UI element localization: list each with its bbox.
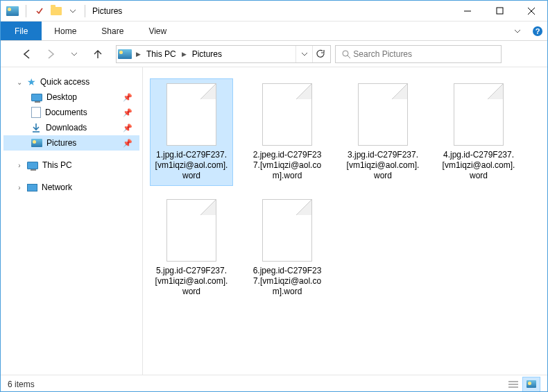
tree-this-pc[interactable]: › This PC [3, 157, 139, 173]
tree-label: Downloads [46, 123, 87, 133]
location-icon [118, 49, 132, 59]
navigation-bar: ▶ This PC ▶ Pictures [1, 41, 547, 67]
help-button[interactable]: ? [528, 22, 547, 40]
file-list[interactable]: 1.jpg.id-C279F237.[vm1iqzi@aol.com].word… [143, 67, 547, 375]
maximize-button[interactable] [483, 1, 515, 22]
title-bar: Pictures [1, 1, 547, 22]
search-box[interactable] [335, 45, 502, 63]
computer-icon [27, 162, 38, 169]
status-bar: 6 items [1, 375, 547, 392]
tree-label: Desktop [46, 92, 77, 102]
item-count: 6 items [8, 380, 35, 389]
download-icon [31, 123, 42, 133]
address-bar[interactable]: ▶ This PC ▶ Pictures [116, 45, 331, 63]
tree-quick-access[interactable]: ⌄ ★ Quick access [3, 74, 139, 90]
file-item[interactable]: 3.jpg.id-C279F237.[vm1iqzi@aol.com].word [341, 78, 425, 186]
file-icon [358, 83, 408, 146]
back-button[interactable] [17, 44, 37, 64]
search-input[interactable] [353, 49, 495, 59]
file-name: 4.jpg.id-C279F237.[vm1iqzi@aol.com].word [442, 150, 515, 181]
file-name: 5.jpg.id-C279F237.[vm1iqzi@aol.com].word [155, 266, 228, 297]
minimize-button[interactable] [452, 1, 483, 22]
file-icon [262, 199, 312, 262]
ribbon-tab-view[interactable]: View [136, 22, 179, 40]
picture-icon [31, 139, 42, 147]
ribbon-file-tab[interactable]: File [1, 22, 42, 40]
chevron-right-icon[interactable]: › [16, 184, 23, 191]
search-icon [341, 49, 351, 59]
chevron-down-icon[interactable]: ⌄ [16, 78, 23, 86]
file-name: 1.jpg.id-C279F237.[vm1iqzi@aol.com].word [155, 150, 228, 181]
tree-item-downloads[interactable]: Downloads 📌 [3, 120, 139, 135]
pin-icon: 📌 [123, 139, 132, 148]
separator [26, 5, 26, 17]
tree-label: Pictures [46, 138, 76, 148]
close-button[interactable] [515, 1, 547, 22]
svg-line-7 [348, 56, 350, 58]
tree-item-documents[interactable]: Documents 📌 [3, 105, 139, 120]
chevron-right-icon[interactable]: › [16, 162, 23, 169]
breadcrumb-pictures[interactable]: Pictures [191, 49, 223, 59]
large-icons-view-button[interactable] [522, 377, 540, 392]
tree-label: Quick access [40, 77, 89, 87]
tree-label: This PC [42, 160, 72, 170]
document-icon [31, 107, 41, 118]
file-name: 2.jpeg.id-C279F237.[vm1iqzi@aol.com].wor… [250, 150, 324, 181]
pin-icon: 📌 [123, 123, 132, 133]
ribbon-tab-home[interactable]: Home [42, 22, 89, 40]
quick-access-toolbar [5, 3, 80, 19]
star-icon: ★ [27, 76, 36, 87]
up-button[interactable] [88, 44, 108, 64]
desktop-icon [31, 94, 42, 101]
file-item[interactable]: 2.jpeg.id-C279F237.[vm1iqzi@aol.com].wor… [246, 78, 329, 186]
file-icon [262, 83, 312, 146]
chevron-right-icon[interactable]: ▶ [136, 51, 141, 58]
qat-new-folder-button[interactable] [49, 3, 64, 19]
pin-icon: 📌 [123, 93, 132, 102]
ribbon: File Home Share View ? [1, 22, 547, 41]
app-icon [5, 3, 20, 19]
file-icon [454, 83, 504, 146]
file-icon [166, 83, 216, 146]
pin-icon: 📌 [123, 108, 132, 117]
file-icon [166, 199, 216, 262]
refresh-button[interactable] [312, 46, 329, 62]
recent-locations-button[interactable] [65, 44, 84, 64]
tree-label: Documents [45, 108, 87, 117]
ribbon-tab-share[interactable]: Share [89, 22, 136, 40]
svg-rect-1 [497, 8, 503, 14]
svg-text:?: ? [536, 27, 540, 35]
navigation-pane: ⌄ ★ Quick access Desktop 📌 Documents 📌 D… [1, 67, 143, 375]
file-item[interactable]: 5.jpg.id-C279F237.[vm1iqzi@aol.com].word [150, 194, 233, 302]
file-item[interactable]: 6.jpeg.id-C279F237.[vm1iqzi@aol.com].wor… [246, 194, 329, 302]
separator [85, 5, 85, 17]
chevron-right-icon[interactable]: ▶ [182, 51, 187, 58]
file-item[interactable]: 1.jpg.id-C279F237.[vm1iqzi@aol.com].word [150, 78, 233, 186]
qat-properties-button[interactable] [32, 3, 47, 19]
network-icon [27, 184, 37, 191]
address-history-button[interactable] [296, 46, 312, 62]
forward-button[interactable] [41, 44, 60, 64]
details-view-button[interactable] [504, 377, 522, 392]
tree-network[interactable]: › Network [3, 180, 139, 195]
tree-label: Network [42, 182, 72, 192]
window-title: Pictures [92, 6, 122, 16]
qat-dropdown[interactable] [65, 3, 80, 19]
file-name: 6.jpeg.id-C279F237.[vm1iqzi@aol.com].wor… [250, 266, 324, 297]
tree-item-desktop[interactable]: Desktop 📌 [3, 90, 139, 105]
tree-item-pictures[interactable]: Pictures 📌 [3, 135, 139, 151]
breadcrumb-this-pc[interactable]: This PC [145, 49, 178, 59]
svg-point-6 [343, 51, 348, 56]
file-name: 3.jpg.id-C279F237.[vm1iqzi@aol.com].word [346, 150, 420, 181]
file-item[interactable]: 4.jpg.id-C279F237.[vm1iqzi@aol.com].word [437, 78, 520, 186]
ribbon-expand-button[interactable] [507, 22, 528, 40]
